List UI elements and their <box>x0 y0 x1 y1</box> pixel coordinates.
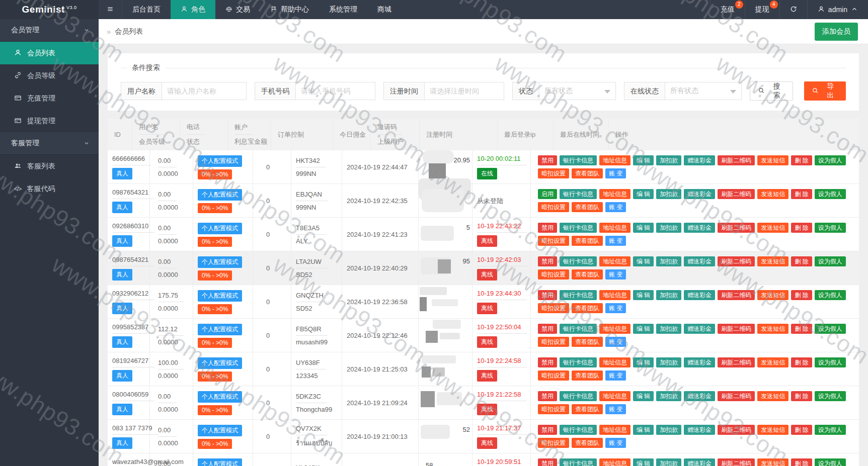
action-button[interactable]: 赠送彩金 <box>684 425 715 435</box>
top-menu-item-trade[interactable]: 交易 <box>215 0 260 19</box>
action-button[interactable]: 账 变 <box>605 303 626 313</box>
action-button[interactable]: 暗扣设置 <box>538 236 569 246</box>
sidebar-item-service-code[interactable]: </> 客服代码 <box>0 177 99 200</box>
register-time-input[interactable] <box>425 82 504 100</box>
action-button[interactable]: 发送短信 <box>757 290 788 300</box>
percent-badge[interactable]: 0% - >0% <box>198 405 232 415</box>
sidebar-group-member-management[interactable]: 会员管理 <box>0 19 99 42</box>
refresh-button[interactable] <box>779 0 807 19</box>
action-button[interactable]: 银行卡信息 <box>560 357 597 367</box>
action-button[interactable]: 删 除 <box>791 290 812 300</box>
action-button[interactable]: 账 变 <box>605 370 626 381</box>
action-button[interactable]: 设为假人 <box>815 223 846 233</box>
action-button[interactable]: 暗扣设置 <box>538 404 569 414</box>
action-button[interactable]: 删 除 <box>791 357 812 367</box>
action-button[interactable]: 设为假人 <box>815 324 846 334</box>
action-button[interactable]: 发送短信 <box>757 223 788 233</box>
action-button[interactable]: 发送短信 <box>757 324 788 334</box>
action-button[interactable]: 发送短信 <box>757 256 788 266</box>
username-input[interactable] <box>162 82 247 100</box>
action-button[interactable]: 地址信息 <box>599 425 630 435</box>
action-button[interactable]: 启用 <box>538 189 557 199</box>
status-select[interactable]: 所有状态 <box>539 82 616 100</box>
action-button[interactable]: 禁用 <box>538 324 557 334</box>
action-button[interactable]: 暗扣设置 <box>538 269 569 279</box>
action-button[interactable]: 编 辑 <box>633 189 654 199</box>
percent-badge[interactable]: 0% - >0% <box>198 169 232 179</box>
action-button[interactable]: 查看团队 <box>572 370 603 381</box>
action-button[interactable]: 禁用 <box>538 290 557 300</box>
personal-config-badge[interactable]: 个人配置模式 <box>198 357 242 369</box>
action-button[interactable]: 设为假人 <box>815 155 846 165</box>
sidebar-item-service-list[interactable]: 客服列表 <box>0 155 99 177</box>
action-button[interactable]: 加扣款 <box>656 458 681 466</box>
action-button[interactable]: 发送短信 <box>757 391 788 401</box>
action-button[interactable]: 发送短信 <box>757 425 788 435</box>
action-button[interactable]: 赠送彩金 <box>684 256 715 266</box>
action-button[interactable]: 暗扣设置 <box>538 438 569 448</box>
action-button[interactable]: 编 辑 <box>633 290 654 300</box>
action-button[interactable]: 账 变 <box>605 337 626 347</box>
action-button[interactable]: 编 辑 <box>633 357 654 367</box>
action-button[interactable]: 银行卡信息 <box>560 425 597 435</box>
action-button[interactable]: 禁用 <box>538 458 557 466</box>
action-button[interactable]: 删 除 <box>791 256 812 266</box>
action-button[interactable]: 刷新二维码 <box>718 458 755 466</box>
action-button[interactable]: 地址信息 <box>599 357 630 367</box>
action-button[interactable]: 加扣款 <box>656 223 681 233</box>
action-button[interactable]: 地址信息 <box>599 290 630 300</box>
sidebar-group-service-management[interactable]: 客服管理 <box>0 132 99 155</box>
action-button[interactable]: 赠送彩金 <box>684 155 715 165</box>
action-button[interactable]: 禁用 <box>538 223 557 233</box>
online-status-select[interactable]: 所有状态 <box>665 82 742 100</box>
action-button[interactable]: 删 除 <box>791 425 812 435</box>
personal-config-badge[interactable]: 个人配置模式 <box>198 290 242 302</box>
personal-config-badge[interactable]: 个人配置模式 <box>198 155 242 167</box>
action-button[interactable]: 暗扣设置 <box>538 202 569 212</box>
action-button[interactable]: 查看团队 <box>572 269 603 279</box>
action-button[interactable]: 查看团队 <box>572 438 603 448</box>
percent-badge[interactable]: 0% - >0% <box>198 237 232 247</box>
top-menu-item-mall[interactable]: 商城 <box>367 0 402 19</box>
action-button[interactable]: 地址信息 <box>599 223 630 233</box>
action-button[interactable]: 禁用 <box>538 425 557 435</box>
recharge-notice-button[interactable]: 充值 2 <box>710 0 745 19</box>
action-button[interactable]: 加扣款 <box>656 189 681 199</box>
action-button[interactable]: 地址信息 <box>599 256 630 266</box>
action-button[interactable]: 暗扣设置 <box>538 168 569 178</box>
percent-badge[interactable]: 0% - >0% <box>198 371 232 382</box>
action-button[interactable]: 设为假人 <box>815 256 846 266</box>
action-button[interactable]: 查看团队 <box>572 236 603 246</box>
action-button[interactable]: 银行卡信息 <box>560 458 597 466</box>
action-button[interactable]: 编 辑 <box>633 324 654 334</box>
action-button[interactable]: 加扣款 <box>656 290 681 300</box>
action-button[interactable]: 删 除 <box>791 189 812 199</box>
action-button[interactable]: 查看团队 <box>572 168 603 178</box>
top-menu-item-system[interactable]: 系统管理 <box>319 0 367 19</box>
action-button[interactable]: 设为假人 <box>815 290 846 300</box>
percent-badge[interactable]: 0% - >0% <box>198 304 232 314</box>
action-button[interactable]: 账 变 <box>605 236 626 246</box>
action-button[interactable]: 刷新二维码 <box>718 189 755 199</box>
action-button[interactable]: 发送短信 <box>757 458 788 466</box>
action-button[interactable]: 地址信息 <box>599 391 630 401</box>
action-button[interactable]: 发送短信 <box>757 189 788 199</box>
action-button[interactable]: 编 辑 <box>633 458 654 466</box>
action-button[interactable]: 刷新二维码 <box>718 223 755 233</box>
action-button[interactable]: 暗扣设置 <box>538 337 569 347</box>
action-button[interactable]: 加扣款 <box>656 324 681 334</box>
action-button[interactable]: 编 辑 <box>633 155 654 165</box>
action-button[interactable]: 银行卡信息 <box>560 223 597 233</box>
action-button[interactable]: 赠送彩金 <box>684 223 715 233</box>
percent-badge[interactable]: 0% - >0% <box>198 338 232 348</box>
personal-config-badge[interactable]: 个人配置模式 <box>198 391 242 403</box>
action-button[interactable]: 银行卡信息 <box>560 155 597 165</box>
action-button[interactable]: 禁用 <box>538 155 557 165</box>
action-button[interactable]: 银行卡信息 <box>560 256 597 266</box>
action-button[interactable]: 删 除 <box>791 391 812 401</box>
action-button[interactable]: 刷新二维码 <box>718 324 755 334</box>
action-button[interactable]: 加扣款 <box>656 425 681 435</box>
action-button[interactable]: 暗扣设置 <box>538 303 569 313</box>
action-button[interactable]: 赠送彩金 <box>684 458 715 466</box>
percent-badge[interactable]: 0% - >0% <box>198 203 232 213</box>
